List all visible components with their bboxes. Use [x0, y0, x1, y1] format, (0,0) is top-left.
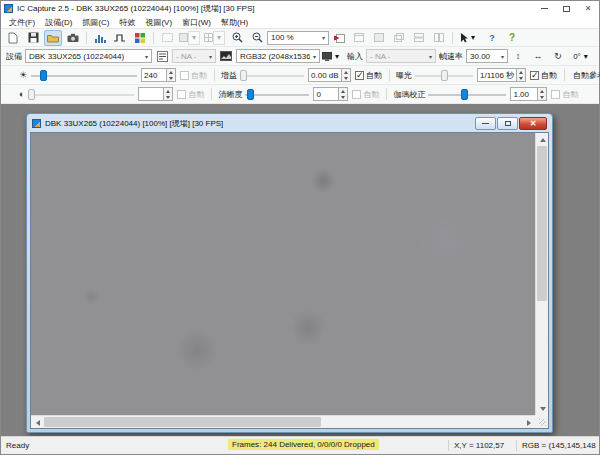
save-image-button[interactable]: [24, 30, 42, 46]
video-format-button[interactable]: [217, 48, 235, 64]
flip-horizontal-button[interactable]: ↔: [529, 48, 547, 64]
sharpness-auto-checkbox[interactable]: [352, 90, 361, 99]
gamma-value[interactable]: 1.00: [510, 87, 538, 101]
sharpness-slider-thumb[interactable]: [247, 89, 254, 100]
window-tool-button-1[interactable]: [350, 30, 368, 46]
open-device-button[interactable]: [44, 30, 62, 46]
spin-down[interactable]: [339, 94, 347, 100]
brightness-spinbox[interactable]: 240: [141, 68, 176, 82]
trigger-button[interactable]: [111, 30, 129, 46]
child-minimize-button[interactable]: [475, 117, 496, 130]
contrast-value[interactable]: [138, 87, 164, 101]
input-combo[interactable]: - NA - ▾: [366, 49, 436, 63]
chevron-down-icon: ▾: [498, 53, 504, 60]
gain-slider[interactable]: [240, 68, 304, 83]
status-divider: [516, 440, 517, 451]
window-tool-button-5[interactable]: [430, 30, 448, 46]
gamma-spinbox[interactable]: 1.00: [510, 87, 547, 101]
scroll-up-button[interactable]: [536, 133, 549, 146]
live-image: [31, 133, 535, 415]
gamma-slider-thumb[interactable]: [461, 89, 468, 100]
resize-grip[interactable]: [535, 415, 548, 428]
gain-spinbox[interactable]: 0.00 dB: [308, 68, 351, 82]
brightness-slider[interactable]: [31, 68, 137, 83]
grid-dropdown[interactable]: ▾: [203, 30, 226, 46]
scroll-right-button[interactable]: [522, 416, 535, 429]
gamma-slider[interactable]: [428, 87, 506, 102]
contrast-spinbox[interactable]: [138, 87, 173, 101]
scroll-down-button[interactable]: [536, 402, 549, 415]
capture-image-button[interactable]: [330, 30, 348, 46]
gain-value[interactable]: 0.00 dB: [308, 68, 342, 82]
spin-down[interactable]: [342, 75, 350, 81]
rotation-dropdown[interactable]: 0°▾: [569, 48, 595, 64]
vertical-scrollbar[interactable]: [535, 133, 548, 415]
exposure-spinbox[interactable]: 1/1106 秒: [477, 68, 526, 82]
sharpness-slider[interactable]: [245, 87, 309, 102]
framerate-combo[interactable]: 30.00 ▾: [466, 49, 508, 63]
new-document-button[interactable]: [4, 30, 22, 46]
pointer-tool-dropdown[interactable]: ▾: [457, 30, 481, 46]
menu-effects[interactable]: 特效: [114, 17, 140, 28]
flip-vertical-button[interactable]: ↕: [509, 48, 527, 64]
gain-slider-thumb[interactable]: [240, 70, 247, 81]
minimize-icon: [482, 123, 489, 124]
brightness-slider-thumb[interactable]: [40, 70, 47, 81]
menu-capture[interactable]: 抓圖(C): [77, 17, 114, 28]
scroll-left-button[interactable]: [31, 416, 44, 429]
spin-down[interactable]: [517, 75, 525, 81]
menu-file[interactable]: 文件(F): [4, 17, 40, 28]
window-tool-button-3[interactable]: [390, 30, 408, 46]
live-view-titlebar[interactable]: DBK 33UX265 (10224044) [100%] [現場] [30 F…: [30, 114, 549, 132]
spin-down[interactable]: [164, 94, 172, 100]
maximize-button[interactable]: [555, 1, 577, 16]
color-settings-button[interactable]: [131, 30, 149, 46]
sharpness-value[interactable]: 0: [313, 87, 339, 101]
menu-view[interactable]: 視圖(V): [140, 17, 177, 28]
histogram-button[interactable]: [91, 30, 109, 46]
close-button[interactable]: ✕: [577, 1, 599, 16]
exposure-auto-checkbox[interactable]: ✓: [530, 71, 539, 80]
brightness-value[interactable]: 240: [141, 68, 167, 82]
auto-reference-button[interactable]: 自動參考值: [568, 68, 600, 83]
exposure-slider[interactable]: [415, 68, 473, 83]
window-tool-button-2[interactable]: [370, 30, 388, 46]
rotate-button[interactable]: ↻: [549, 48, 567, 64]
roi-button[interactable]: [158, 30, 176, 46]
menu-window[interactable]: 窗口(W): [177, 17, 216, 28]
device-properties-button[interactable]: [153, 48, 171, 64]
zoom-out-button[interactable]: [248, 30, 266, 46]
snapshot-button[interactable]: [64, 30, 82, 46]
display-scale-dropdown[interactable]: ▾: [321, 48, 343, 64]
spin-down[interactable]: [167, 75, 175, 81]
sharpness-spinbox[interactable]: 0: [313, 87, 348, 101]
vertical-scroll-thumb[interactable]: [537, 146, 547, 301]
horizontal-scrollbar[interactable]: [31, 415, 535, 428]
gain-auto-checkbox[interactable]: ✓: [355, 71, 364, 80]
chevron-down-icon: ▾: [319, 34, 325, 41]
spin-down[interactable]: [538, 94, 546, 100]
menu-device[interactable]: 設備(D): [40, 17, 77, 28]
brightness-auto-checkbox[interactable]: [180, 71, 189, 80]
floppy-icon: [28, 32, 39, 43]
zoom-in-button[interactable]: [228, 30, 246, 46]
video-format-combo[interactable]: RGB32 (2048x1536) ▾: [236, 49, 320, 63]
child-restore-button[interactable]: [497, 117, 518, 130]
contrast-slider[interactable]: [28, 87, 134, 102]
minimize-button[interactable]: [533, 1, 555, 16]
trigger-combo[interactable]: - NA - ▾: [172, 49, 216, 63]
horizontal-scroll-thumb[interactable]: [44, 417, 321, 427]
menu-help[interactable]: 幫助(H): [216, 17, 253, 28]
help-button[interactable]: ?: [503, 30, 521, 46]
display-mode-dropdown[interactable]: ▾: [178, 30, 201, 46]
contrast-auto-checkbox[interactable]: [177, 90, 186, 99]
exposure-value[interactable]: 1/1106 秒: [477, 68, 517, 82]
window-tool-button-4[interactable]: [410, 30, 428, 46]
contrast-slider-thumb[interactable]: [28, 89, 35, 100]
context-help-button[interactable]: ?: [483, 30, 501, 46]
child-close-button[interactable]: ✕: [519, 117, 547, 130]
exposure-slider-thumb[interactable]: [441, 70, 448, 81]
device-combo[interactable]: DBK 33UX265 (10224044) ▾: [25, 49, 152, 63]
gamma-auto-checkbox[interactable]: [551, 90, 560, 99]
zoom-level-combo[interactable]: 100 % ▾: [267, 31, 329, 45]
